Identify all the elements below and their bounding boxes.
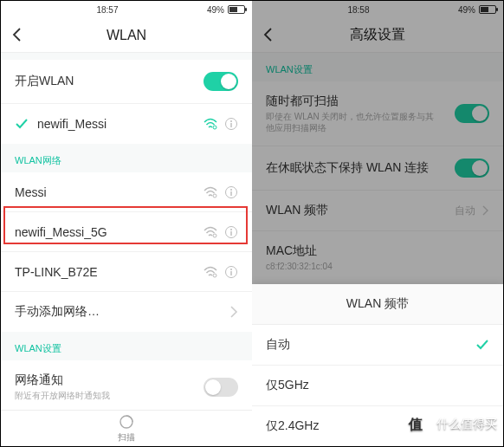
network-ssid: Messi	[15, 185, 47, 199]
battery-icon	[228, 5, 245, 14]
network-notify-sub: 附近有开放网络时通知我	[15, 390, 110, 401]
section-wlan-label: WLAN设置	[252, 53, 503, 81]
svg-rect-11	[230, 231, 231, 236]
svg-point-0	[213, 126, 216, 129]
sheet-option-label: 自动	[266, 337, 290, 353]
svg-point-12	[213, 274, 216, 277]
keep-sleep-label: 在休眠状态下保持 WLAN 连接	[266, 160, 429, 176]
watermark: 值 什么值得买	[400, 409, 497, 440]
page-title: WLAN	[107, 28, 146, 43]
navbar: 高级设置	[252, 18, 503, 53]
status-time: 18:58	[347, 5, 369, 15]
wlan-toggle-row[interactable]: 开启WLAN	[1, 60, 252, 104]
back-button[interactable]	[261, 27, 276, 42]
keep-sleep-toggle[interactable]	[455, 159, 489, 178]
chevron-right-icon	[229, 306, 238, 318]
network-ssid: newifi_Messi_5G	[15, 225, 107, 239]
svg-point-14	[230, 269, 232, 270]
add-network-label: 手动添加网络…	[15, 304, 100, 320]
svg-rect-7	[230, 191, 231, 196]
info-icon[interactable]	[224, 117, 238, 131]
scan-always-title: 随时都可扫描	[266, 94, 439, 109]
battery-icon	[479, 5, 496, 14]
network-ssid: TP-LINK_B72E	[15, 265, 98, 279]
section-networks-label: WLAN网络	[1, 144, 252, 172]
connected-network-row[interactable]: newifi_Messi	[1, 104, 252, 144]
svg-point-8	[213, 234, 216, 237]
screen-wlan-list: 18:57 49% WLAN 开启WLAN newifi_Messi	[1, 1, 252, 446]
scan-always-row[interactable]: 随时都可扫描 即使在 WLAN 关闭时，也允许位置服务与其他应用扫描网络	[252, 81, 503, 146]
sheet-option-5ghz[interactable]: 仅5GHz	[252, 366, 503, 406]
info-icon[interactable]	[224, 265, 238, 279]
keep-sleep-row[interactable]: 在休眠状态下保持 WLAN 连接	[252, 146, 503, 191]
checkmark-icon	[475, 338, 489, 352]
mac-value: c8:f2:30:32:1c:04	[266, 261, 333, 272]
mac-address-row: MAC地址 c8:f2:30:32:1c:04	[252, 231, 503, 285]
chevron-right-icon	[482, 205, 489, 216]
wlan-band-label: WLAN 频带	[266, 203, 328, 218]
svg-point-2	[230, 120, 232, 122]
scan-always-sub: 即使在 WLAN 关闭时，也允许位置服务与其他应用扫描网络	[266, 111, 439, 133]
info-icon[interactable]	[224, 225, 238, 239]
wifi-icon	[204, 186, 217, 198]
wifi-icon	[204, 226, 217, 238]
svg-point-4	[213, 194, 216, 198]
wifi-icon	[204, 266, 217, 278]
connected-ssid: newifi_Messi	[37, 117, 107, 131]
sheet-option-label: 仅5GHz	[266, 378, 309, 393]
wlan-toggle[interactable]	[204, 72, 238, 91]
chevron-left-icon	[261, 27, 276, 42]
scan-always-toggle[interactable]	[455, 104, 489, 123]
sheet-header: WLAN 频带	[252, 284, 503, 325]
wifi-icon	[204, 118, 217, 130]
page-title: 高级设置	[350, 26, 405, 44]
wlan-toggle-label: 开启WLAN	[15, 74, 74, 89]
network-notify-row[interactable]: 网络通知 附近有开放网络时通知我	[1, 360, 252, 414]
sheet-option-auto[interactable]: 自动	[252, 325, 503, 366]
scan-label: 扫描	[118, 431, 135, 444]
navbar: WLAN	[1, 18, 252, 53]
screen-advanced-settings: 18:58 49% 高级设置 WLAN设置 随时都可扫描 即使在 WLAN 关闭…	[252, 1, 503, 446]
watermark-text: 什么值得买	[436, 417, 497, 432]
status-time: 18:57	[96, 5, 118, 15]
status-bar: 18:57 49%	[1, 1, 252, 18]
svg-point-6	[230, 189, 232, 191]
mac-label: MAC地址	[266, 243, 333, 259]
sheet-option-label: 仅2.4GHz	[266, 418, 319, 434]
network-notify-toggle[interactable]	[204, 378, 238, 397]
section-settings-label: WLAN设置	[1, 332, 252, 360]
scan-icon	[119, 414, 134, 430]
svg-point-10	[230, 229, 232, 230]
bottom-scan-tab[interactable]: 扫描	[1, 410, 252, 446]
add-network-row[interactable]: 手动添加网络…	[1, 292, 252, 332]
back-button[interactable]	[10, 27, 25, 42]
checkmark-icon	[15, 117, 29, 131]
status-battery-pct: 49%	[207, 5, 224, 15]
watermark-logo: 值	[400, 409, 431, 440]
info-icon[interactable]	[224, 185, 238, 199]
wlan-band-value: 自动	[455, 204, 475, 218]
status-battery-pct: 49%	[458, 5, 475, 15]
network-notify-title: 网络通知	[15, 372, 110, 388]
network-row[interactable]: Messi	[1, 172, 252, 212]
network-row[interactable]: TP-LINK_B72E	[1, 252, 252, 292]
network-row[interactable]: newifi_Messi_5G	[1, 212, 252, 252]
status-bar: 18:58 49%	[252, 1, 503, 18]
svg-rect-15	[230, 271, 231, 275]
wlan-band-row[interactable]: WLAN 频带 自动	[252, 191, 503, 231]
chevron-left-icon	[10, 27, 25, 42]
svg-rect-3	[230, 123, 231, 127]
